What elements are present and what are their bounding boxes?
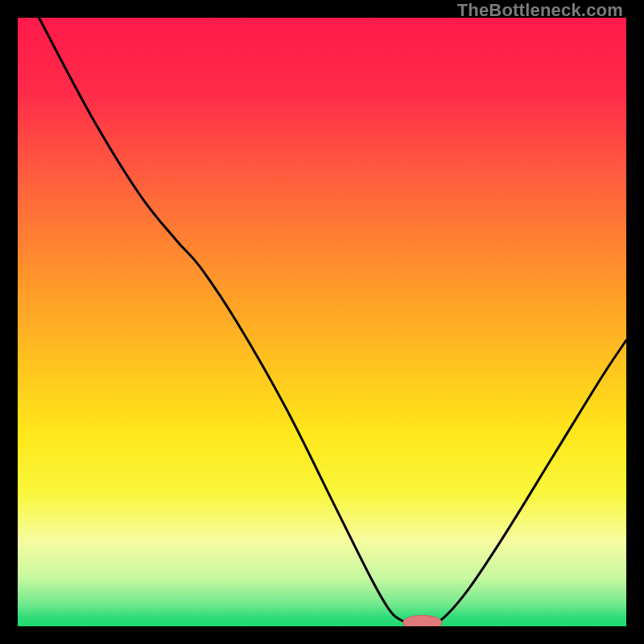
gradient-background: [18, 18, 626, 626]
watermark-text: TheBottleneck.com: [457, 0, 623, 21]
bottleneck-chart: [18, 18, 626, 626]
chart-frame: [18, 18, 626, 626]
